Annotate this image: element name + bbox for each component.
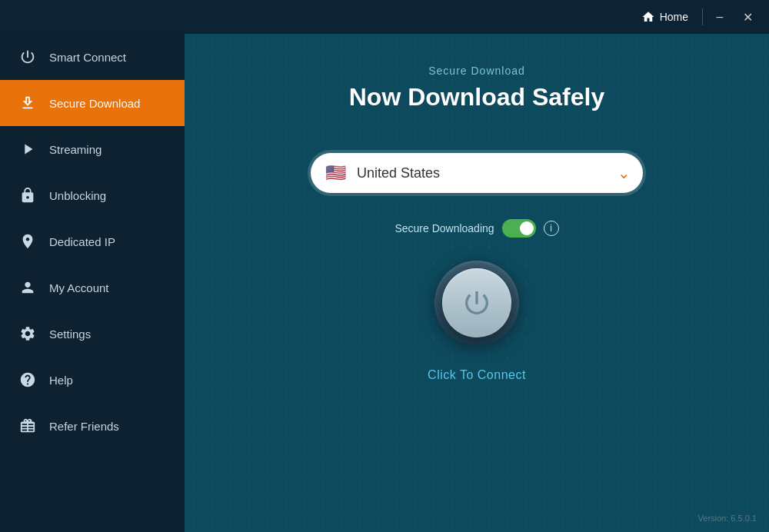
connect-button[interactable]: Click To Connect xyxy=(428,368,526,382)
country-name: United States xyxy=(357,165,608,181)
sidebar-label-secure-download: Secure Download xyxy=(49,97,140,110)
sidebar-item-unblocking[interactable]: Unblocking xyxy=(0,172,185,218)
sidebar-label-unblocking: Unblocking xyxy=(49,189,106,202)
version-label: Version: 6.5.0.1 xyxy=(698,514,757,523)
country-selector-outer: 🇺🇸 United States ⌄ xyxy=(308,150,646,196)
app-container: Smart Connect Secure Download Streaming … xyxy=(0,34,769,532)
power-symbol-icon xyxy=(461,288,492,318)
country-selector-wrapper: 🇺🇸 United States ⌄ xyxy=(308,150,646,196)
toggle-label: Secure Downloading xyxy=(394,222,494,234)
ip-icon xyxy=(18,232,37,251)
download-icon xyxy=(18,94,37,112)
sidebar: Smart Connect Secure Download Streaming … xyxy=(0,34,185,532)
sidebar-label-help: Help xyxy=(49,374,73,387)
sidebar-label-refer-friends: Refer Friends xyxy=(49,420,119,433)
sidebar-item-settings[interactable]: Settings xyxy=(0,311,185,357)
sidebar-item-help[interactable]: Help xyxy=(0,357,185,403)
sidebar-item-smart-connect[interactable]: Smart Connect xyxy=(0,34,185,80)
country-selector[interactable]: 🇺🇸 United States ⌄ xyxy=(311,153,643,193)
lock-icon xyxy=(18,186,37,204)
power-button[interactable] xyxy=(434,261,519,345)
chevron-down-icon: ⌄ xyxy=(618,164,631,182)
sidebar-label-streaming: Streaming xyxy=(49,143,102,156)
sidebar-label-my-account: My Account xyxy=(49,281,109,294)
gear-icon xyxy=(18,324,37,343)
power-icon xyxy=(18,48,37,66)
home-icon xyxy=(641,10,655,24)
sidebar-label-dedicated-ip: Dedicated IP xyxy=(49,235,115,248)
sidebar-label-smart-connect: Smart Connect xyxy=(49,51,126,64)
titlebar-divider xyxy=(702,8,703,25)
sidebar-label-settings: Settings xyxy=(49,328,91,341)
section-label: Secure Download xyxy=(428,65,525,77)
sidebar-item-dedicated-ip[interactable]: Dedicated IP xyxy=(0,218,185,264)
sidebar-item-refer-friends[interactable]: Refer Friends xyxy=(0,403,185,449)
toggle-row: Secure Downloading i xyxy=(394,219,558,238)
minimize-button[interactable]: – xyxy=(706,3,734,31)
home-button[interactable]: Home xyxy=(631,5,699,28)
gift-icon xyxy=(18,417,37,435)
sidebar-item-streaming[interactable]: Streaming xyxy=(0,126,185,172)
sidebar-item-secure-download[interactable]: Secure Download xyxy=(0,80,185,126)
main-title: Now Download Safely xyxy=(349,83,604,111)
titlebar: Home – ✕ xyxy=(0,0,769,34)
sidebar-item-my-account[interactable]: My Account xyxy=(0,264,185,311)
country-flag: 🇺🇸 xyxy=(323,161,348,185)
main-content: Secure Download Now Download Safely 🇺🇸 U… xyxy=(185,34,769,532)
play-icon xyxy=(18,140,37,158)
close-button[interactable]: ✕ xyxy=(734,3,761,31)
power-button-inner xyxy=(442,268,511,337)
home-label: Home xyxy=(660,11,688,23)
info-icon[interactable]: i xyxy=(544,221,559,236)
help-icon xyxy=(18,371,37,389)
secure-downloading-toggle[interactable] xyxy=(502,219,536,238)
user-icon xyxy=(18,278,37,297)
content-inner: Secure Download Now Download Safely 🇺🇸 U… xyxy=(185,34,769,382)
